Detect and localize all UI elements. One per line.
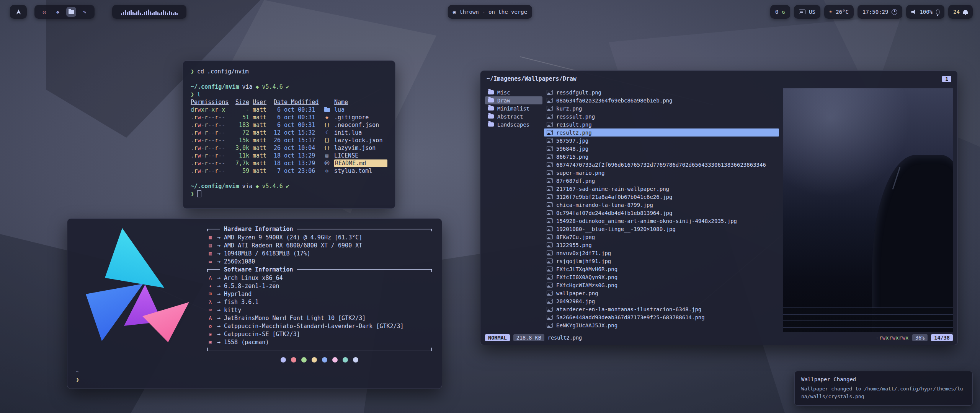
terminal-window[interactable]: ❯cd.config/nvim ~/.config/nvimvia◆v5.4.6… <box>183 60 395 209</box>
file-row[interactable]: 3122955.png <box>544 241 779 249</box>
image-file-icon <box>547 315 553 320</box>
nvim-version: v5.4.6 <box>262 83 283 91</box>
file-name: 596848.jpg <box>556 146 588 152</box>
file-name: 19201080-__blue-tinge__-1920×1080.jpg <box>556 226 676 232</box>
tab-badge[interactable]: 1 <box>942 76 951 82</box>
hardware-section-header: Hardware Information <box>207 225 432 233</box>
launcher-icon <box>15 8 22 16</box>
file-row[interactable]: ressdfgult.png <box>544 88 779 96</box>
section-title: Software Information <box>224 266 293 273</box>
sidebar-dir-misc[interactable]: Misc <box>485 88 542 96</box>
file-row[interactable]: EeNKYgIUcAAJ5JX.png <box>544 321 779 329</box>
info-value: JetBrainsMono Nerd Font Light 10 [GTK2/3… <box>224 315 366 322</box>
file-name: ressdfgult.png <box>556 89 601 96</box>
file-row[interactable]: super-mario.png <box>544 169 779 177</box>
file-row[interactable]: re1sult.png <box>544 120 779 128</box>
image-file-icon <box>547 90 553 95</box>
palette-dot <box>301 357 307 363</box>
file-row[interactable]: 19201080-__blue-tinge__-1920×1080.jpg <box>544 225 779 233</box>
os-icon: Λ <box>207 275 214 281</box>
file-row[interactable]: 866715.png <box>544 153 779 161</box>
file-row[interactable]: FXfcJlTXgAMvH6R.png <box>544 265 779 273</box>
sidebar-dir-landscapes[interactable]: Landscapes <box>485 120 542 128</box>
file-name: resssult.png <box>556 114 595 120</box>
workspace-design[interactable]: ✎ <box>80 7 90 17</box>
workspace-browser[interactable]: ◎ <box>39 7 49 17</box>
file-row[interactable]: wallpaper.png <box>544 289 779 297</box>
notification-popup[interactable]: Wallpaper Changed Wallpaper changed to /… <box>794 371 973 406</box>
workspace-files[interactable] <box>66 7 76 17</box>
top-bar: ◎❖✎ ◉ thrown - on the verge 0 ↻ US ☀ 26°… <box>0 5 980 20</box>
section-title: Hardware Information <box>224 226 293 233</box>
file-row[interactable]: 0c794faf07de24a4db4d4fb1eb813964.jpg <box>544 209 779 217</box>
image-file-icon <box>547 259 553 263</box>
folder-icon <box>488 114 494 119</box>
updates-module[interactable]: 0 ↻ <box>770 5 790 19</box>
terminal-cursor[interactable] <box>197 190 201 197</box>
file-row[interactable]: 20492984.jpg <box>544 297 779 305</box>
folder-icon <box>488 106 494 111</box>
arrow-icon: → <box>217 291 220 298</box>
file-row[interactable]: 587597.jpg <box>544 137 779 145</box>
file-row[interactable]: 87r687df.png <box>544 177 779 185</box>
file-manager-window[interactable]: ~/Imagenes/Wallpapers/Draw 1 MiscDrawMin… <box>480 70 958 345</box>
waveform-bar <box>144 12 145 15</box>
waveform-bar <box>152 13 153 15</box>
file-row[interactable]: FXfcHgcWIAMzs0G.png <box>544 281 779 289</box>
launcher-button[interactable] <box>10 5 27 19</box>
info-line-shell: λ→fish 3.6.1 <box>207 298 432 306</box>
file-row[interactable]: 596848.jpg <box>544 145 779 153</box>
file-name: wallpaper.png <box>556 290 598 296</box>
file-name: .neoconf.json <box>334 121 387 129</box>
palette-dot <box>353 357 358 363</box>
file-name: nnvuv0xj2df71.jpg <box>556 250 611 256</box>
file-row[interactable]: nnvuv0xj2df71.jpg <box>544 249 779 257</box>
music-module[interactable]: ◉ thrown - on the verge <box>448 5 532 19</box>
sidebar-dir-draw[interactable]: Draw <box>485 96 542 104</box>
preview-figure-silhouette <box>872 155 953 332</box>
info-value: Hyprland <box>224 291 252 298</box>
volume-module[interactable]: 100% <box>906 5 944 19</box>
workspace-chat[interactable]: ❖ <box>53 7 63 17</box>
clock-module[interactable]: 17:50:29 <box>858 5 902 19</box>
file-listing: PermissionsSizeUserDate ModifiedNamedrwx… <box>191 98 387 175</box>
file-row[interactable]: 3126f7e9bbf21a8a4af0b67b041c6e26.jpg <box>544 193 779 201</box>
image-file-icon <box>547 98 553 103</box>
check-icon: ✔ <box>286 83 289 91</box>
file-row[interactable]: 68747470733a2f2f696d616765732d7769786d70… <box>544 161 779 169</box>
file-row[interactable]: FXfcII0X0AQyn9X.png <box>544 273 779 281</box>
info-value: 980x413 <box>224 258 255 265</box>
file-row[interactable]: 08a634fa02a32364f69ebc86a98eb1eb.png <box>544 96 779 104</box>
notifications-module[interactable]: 24 <box>948 5 973 19</box>
file-list: ressdfgult.png08a634fa02a32364f69ebc86a9… <box>544 88 779 332</box>
fetch-window[interactable]: Hardware Information ▦→AMD Ryzen 9 5900X… <box>67 218 442 389</box>
file-row[interactable]: 154928-odinokoe_anime-art-anime-okno-sin… <box>544 217 779 225</box>
updates-icon: ↻ <box>782 9 785 15</box>
waveform-bar <box>150 11 151 15</box>
weather-module[interactable]: ☀ 26°C <box>824 5 854 19</box>
arrow-icon: → <box>217 339 220 346</box>
nvim-version: v5.4.6 <box>262 182 283 190</box>
file-row[interactable]: kurz.png <box>544 104 779 112</box>
sidebar-dir-minimalist[interactable]: Minimalist <box>485 104 542 112</box>
file-name: EeNKYgIUcAAJ5JX.png <box>556 322 617 328</box>
folder-icon <box>488 122 494 127</box>
image-file-icon <box>547 291 553 296</box>
file-row[interactable]: atardecer-en-la-montanas-ilustracion-634… <box>544 305 779 313</box>
file-name: chica-mirando-la-luna-8799.jpg <box>556 202 653 208</box>
file-row[interactable]: 5a266e448add93deab367d87173e9f25-6837886… <box>544 313 779 321</box>
file-row[interactable]: rsjqojlmjhf91.jpg <box>544 257 779 265</box>
file-row[interactable]: 217167-sad-anime-rain-wallpaper.png <box>544 185 779 193</box>
notification-body: Wallpaper changed to /home/matt/.config/… <box>801 385 966 400</box>
circle-icon: ◎ <box>43 9 46 15</box>
info-line-kernel: ✦→6.5.8-zen1-1-zen <box>207 282 432 290</box>
file-row[interactable]: 8FKa7Cu.jpeg <box>544 233 779 241</box>
sidebar-dir-abstract[interactable]: Abstract <box>485 112 542 120</box>
file-row[interactable]: result2.png <box>544 128 779 137</box>
gear-icon: ⚙ <box>325 167 328 175</box>
file-row[interactable]: chica-mirando-la-luna-8799.jpg <box>544 201 779 209</box>
file-row[interactable]: resssult.png <box>544 112 779 120</box>
file-name: init.lua <box>334 129 387 137</box>
keyboard-layout-module[interactable]: US <box>794 5 820 19</box>
waveform-bar <box>127 12 128 15</box>
